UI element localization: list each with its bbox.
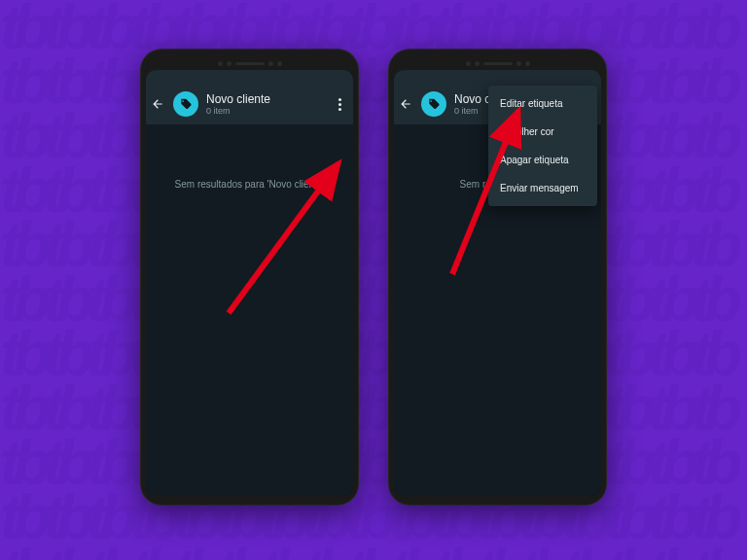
phone-mockup-right: Novo cliente 0 item Sem resultados p Edi… (388, 49, 607, 506)
status-bar (146, 70, 353, 84)
kebab-dot-icon (338, 108, 341, 111)
header-title: Novo cliente (206, 92, 324, 106)
header-text: Novo cliente 0 item (206, 92, 324, 116)
phone-sensor-bar (146, 56, 353, 70)
tag-icon (179, 97, 193, 111)
back-button[interactable] (150, 97, 165, 111)
screen-body: Sem resultados para 'Novo cliente' (146, 124, 353, 496)
phone-screen: Novo cliente 0 item Sem resultados para … (146, 70, 353, 496)
options-menu: Editar etiqueta Escolher cor Apagar etiq… (488, 86, 597, 206)
phone-mockup-left: Novo cliente 0 item Sem resultados para … (140, 49, 359, 506)
phone-row: Novo cliente 0 item Sem resultados para … (0, 49, 747, 506)
back-button[interactable] (398, 97, 413, 111)
more-options-button[interactable] (332, 92, 347, 116)
kebab-dot-icon (338, 98, 341, 101)
menu-item-send-message[interactable]: Enviar mensagem (488, 174, 597, 202)
phone-sensor-bar (394, 56, 601, 70)
kebab-dot-icon (338, 103, 341, 106)
header-subtitle: 0 item (206, 106, 324, 116)
label-avatar-icon (173, 91, 198, 117)
empty-results-text: Sem resultados para 'Novo cliente' (175, 179, 325, 190)
arrow-left-icon (399, 97, 412, 111)
tag-icon (427, 97, 441, 111)
menu-item-choose-color[interactable]: Escolher cor (488, 118, 597, 146)
arrow-left-icon (151, 97, 164, 111)
status-bar (394, 70, 601, 84)
phone-screen: Novo cliente 0 item Sem resultados p Edi… (394, 70, 601, 496)
menu-item-edit-label[interactable]: Editar etiqueta (488, 89, 597, 118)
app-header: Novo cliente 0 item (146, 84, 353, 124)
menu-item-delete-label[interactable]: Apagar etiqueta (488, 146, 597, 174)
label-avatar-icon (421, 91, 446, 117)
